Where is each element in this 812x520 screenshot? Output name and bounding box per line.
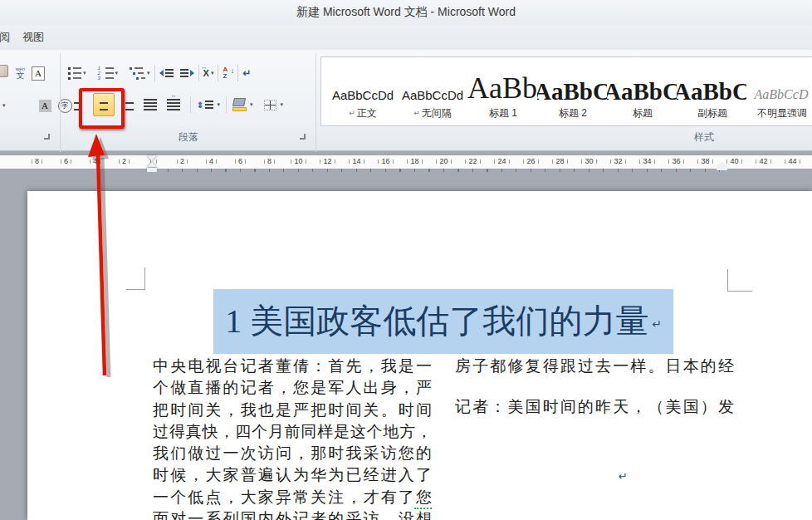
tab-view[interactable]: 视图 bbox=[17, 30, 49, 45]
word-window: 新建 Microsoft Word 文档 - Microsoft Word 阅 … bbox=[0, 0, 812, 520]
annotation-highlight-box bbox=[79, 88, 125, 129]
title-bar: 新建 Microsoft Word 文档 - Microsoft Word bbox=[0, 0, 812, 25]
style-label: 标题 1 bbox=[489, 106, 517, 120]
ruler-number: 22 bbox=[458, 155, 487, 168]
ruler-number: 28 bbox=[545, 155, 575, 168]
ruler-number: 6 bbox=[51, 155, 81, 168]
text-line: 过得真快，四个月前同样是这个地方， bbox=[153, 421, 432, 443]
style-item[interactable]: AaBb 标题 1 bbox=[467, 57, 537, 125]
decrease-indent-icon[interactable] bbox=[159, 69, 174, 77]
ruler-number: 18 bbox=[400, 155, 429, 168]
style-item[interactable]: AaBbC 标题 2 bbox=[537, 57, 607, 125]
ruler-number: 34 bbox=[633, 155, 662, 168]
paragraph-mark: ↵ bbox=[652, 318, 662, 331]
text-line: 时候，大家普遍认为华为已经进入了 bbox=[153, 464, 432, 486]
ribbon-tab-row: 阅 视图 bbox=[0, 25, 812, 50]
tab-review-partial[interactable]: 阅 bbox=[0, 30, 17, 45]
ruler-number: 8 bbox=[22, 155, 51, 168]
asian-layout-dropdown-icon[interactable]: ▾ bbox=[211, 70, 214, 76]
character-shading-icon[interactable]: A bbox=[39, 100, 51, 112]
numbering-icon[interactable]: 1 2 3 bbox=[98, 67, 114, 80]
style-label: 标题 bbox=[633, 106, 653, 120]
style-label: 副标题 bbox=[697, 106, 727, 120]
page[interactable]: 1 美国政客低估了我们的力量↵ 中央电视台记者董倩：首先，我是一个做直播的记者，… bbox=[27, 191, 812, 520]
ruler-number: 2 bbox=[110, 155, 139, 168]
ruler-number: 38 bbox=[691, 155, 720, 168]
format-eraser-icon[interactable] bbox=[0, 65, 8, 77]
ruler-number: 32 bbox=[604, 155, 633, 168]
return-mark-icon: ↵ bbox=[413, 109, 420, 117]
style-label: 正文 bbox=[357, 106, 377, 120]
style-label: 无间隔 bbox=[422, 106, 452, 120]
ruler-number: 14 bbox=[342, 155, 371, 168]
ruler-number: 4 bbox=[197, 155, 226, 168]
paragraph-dialog-launcher[interactable] bbox=[299, 133, 308, 142]
ruler-number: 12 bbox=[313, 155, 342, 168]
asian-layout-icon[interactable]: ↔X bbox=[203, 69, 209, 78]
ruler-number: 2 bbox=[168, 155, 197, 168]
ruler-number: 6 bbox=[226, 155, 255, 168]
left-text-column[interactable]: 中央电视台记者董倩：首先，我是一个做直播的记者，您是军人出身，严把时间关，我也是… bbox=[153, 356, 432, 520]
document-area: 1 美国政客低估了我们的力量↵ 中央电视台记者董倩：首先，我是一个做直播的记者，… bbox=[0, 172, 812, 520]
multilevel-dropdown-icon[interactable]: ▾ bbox=[147, 70, 150, 76]
ruler-number: 4 bbox=[81, 155, 110, 168]
character-border-icon[interactable]: A bbox=[32, 66, 45, 81]
selected-heading-text: 1 美国政客低估了我们的力量↵ bbox=[213, 289, 673, 354]
grammar-check-squiggle bbox=[414, 505, 432, 509]
line-spacing-dropdown-icon[interactable]: ▾ bbox=[217, 101, 220, 108]
text-line: 中央电视台记者董倩：首先，我是一 bbox=[153, 356, 432, 377]
shading-icon[interactable] bbox=[232, 98, 247, 111]
right-text-column[interactable]: 房子都修复得跟过去一样。日本的经济也快速恢复，得益于他们的人才、得益于他们的教育… bbox=[455, 356, 734, 419]
hanging-indent-marker[interactable] bbox=[147, 162, 157, 167]
increase-indent-icon[interactable] bbox=[180, 69, 194, 77]
ruler-number: 42 bbox=[749, 155, 778, 168]
borders-icon[interactable] bbox=[264, 100, 276, 110]
window-title: 新建 Microsoft Word 文档 - Microsoft Word bbox=[296, 5, 516, 20]
text-line: 记者：美国时间的昨天，（美国）发 bbox=[455, 396, 734, 418]
paragraph-group-label: 段落 bbox=[68, 130, 309, 145]
multilevel-list-icon[interactable] bbox=[130, 67, 145, 80]
bullets-icon[interactable] bbox=[68, 67, 81, 80]
horizontal-ruler[interactable]: 8 6 4 2 2 4 6 8 10 bbox=[0, 152, 812, 172]
sort-icon[interactable]: A Z ↓ bbox=[223, 66, 227, 80]
styles-gallery: AaBbCcDd ↵ 正文 AaBbCcDd ↵ 无间隔 AaBb bbox=[320, 56, 812, 126]
ruler-number: 16 bbox=[371, 155, 400, 168]
document-heading[interactable]: 1 美国政客低估了我们的力量↵ bbox=[153, 289, 734, 354]
style-item[interactable]: AaBbCcDd ↵ 正文 bbox=[328, 57, 398, 125]
font-dialog-launcher[interactable] bbox=[43, 133, 52, 142]
text-line: 一个低点，大家异常关注，才有了您 bbox=[153, 487, 432, 508]
style-item[interactable]: AaBbC 副标题 bbox=[677, 57, 746, 125]
text-boundary-mark-right bbox=[727, 269, 752, 292]
ruler-number: 24 bbox=[487, 155, 516, 168]
style-item[interactable]: AaBbCcDd ↵ 无间隔 bbox=[398, 57, 467, 125]
return-mark-icon: ↵ bbox=[349, 109, 355, 117]
ruler-number: 30 bbox=[575, 155, 604, 168]
text-line: 把时间关，我也是严把时间关。时间 bbox=[153, 400, 432, 421]
styles-group-label: 样式 bbox=[663, 130, 746, 145]
text-line: 面对一系列国内外记者的采访。没想 bbox=[153, 508, 432, 520]
shading-dropdown-icon[interactable]: ▾ bbox=[250, 101, 253, 108]
phonetic-guide-icon[interactable]: wén 文 bbox=[16, 66, 25, 80]
text-line: 房子都修复得跟过去一样。日本的经 bbox=[455, 356, 734, 377]
show-hide-marks-icon[interactable]: ↵ bbox=[242, 67, 251, 79]
text-line: 个做直播的记者，您是军人出身，严 bbox=[153, 377, 432, 399]
style-item[interactable]: AaBbCcD 不明显强调 bbox=[746, 57, 812, 125]
style-label: 不明显强调 bbox=[757, 106, 807, 120]
justify-button[interactable] bbox=[139, 93, 161, 116]
text-line: 我们做过一次访问，那时我采访您的 bbox=[153, 443, 432, 464]
first-line-indent-marker[interactable] bbox=[147, 155, 157, 161]
numbering-dropdown-icon[interactable]: ▾ bbox=[115, 70, 119, 76]
text-boundary-mark-left bbox=[126, 267, 145, 290]
ruler-number: 20 bbox=[429, 155, 458, 168]
borders-dropdown-icon[interactable]: ▾ bbox=[280, 101, 283, 108]
style-item[interactable]: AaBbC 标题 bbox=[607, 57, 677, 125]
ruler-number: 8 bbox=[255, 155, 284, 168]
style-label: 标题 2 bbox=[559, 106, 587, 120]
font-color-dropdown-icon[interactable]: ▾ bbox=[2, 102, 6, 109]
ruler-number: 36 bbox=[662, 155, 691, 168]
distributed-button[interactable]: ↔ bbox=[163, 93, 184, 116]
line-spacing-icon[interactable]: ⇕ bbox=[197, 101, 213, 110]
bullets-dropdown-icon[interactable]: ▾ bbox=[83, 70, 86, 76]
ruler-number: 26 bbox=[516, 155, 545, 168]
paragraph-mark: ↵ bbox=[619, 470, 628, 483]
